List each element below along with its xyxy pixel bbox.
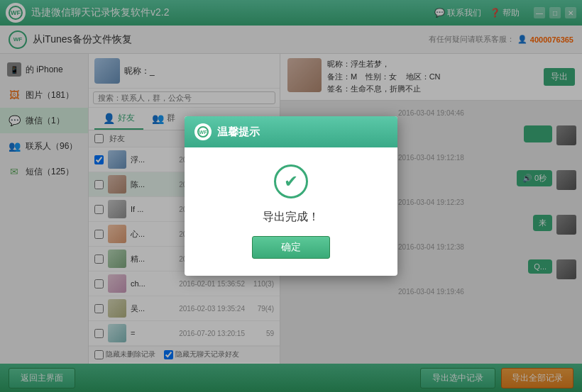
modal-box: WF 温馨提示 ✔ 导出完成！ 确定 — [185, 116, 397, 276]
modal-logo: WF — [194, 123, 212, 140]
modal-title: 温馨提示 — [217, 125, 260, 139]
modal-content: ✔ 导出完成！ 确定 — [185, 147, 397, 276]
modal-message: 导出完成！ — [263, 210, 319, 225]
success-icon: ✔ — [274, 164, 308, 198]
modal-confirm-btn[interactable]: 确定 — [252, 236, 330, 259]
modal-title-bar: WF 温馨提示 — [185, 116, 397, 147]
modal-overlay: WF 温馨提示 ✔ 导出完成！ 确定 — [0, 0, 582, 392]
